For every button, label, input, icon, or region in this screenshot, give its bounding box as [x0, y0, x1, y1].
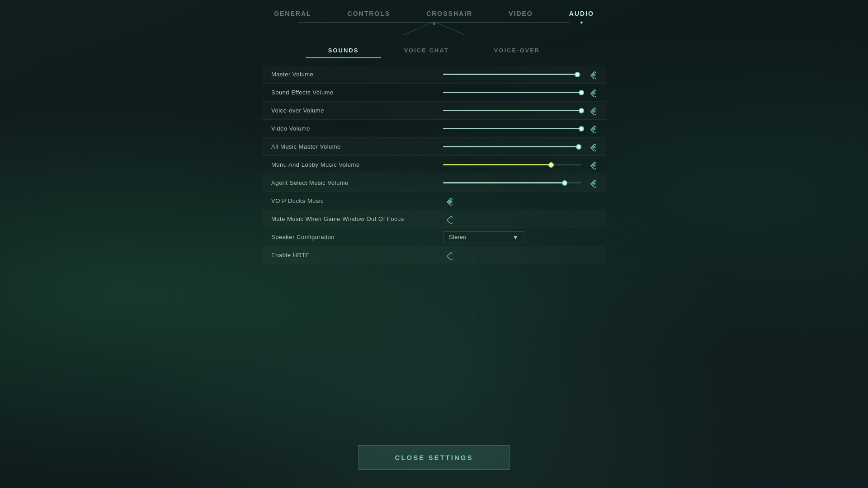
setting-control-voiceover-volume	[443, 106, 597, 116]
menu-lobby-slider[interactable]	[443, 164, 581, 165]
setting-control-speaker-config: Stereo ▼	[443, 231, 597, 243]
setting-row-enable-hrtf: Enable HRTF	[262, 246, 606, 264]
setting-label-voiceover-volume: Voice-over Volume	[271, 107, 443, 114]
all-music-slider[interactable]	[443, 146, 581, 147]
voiceover-volume-reset[interactable]	[587, 106, 597, 116]
nav-item-video[interactable]: VIDEO	[491, 5, 551, 22]
sub-nav-voice-over[interactable]: VOICE-OVER	[472, 43, 563, 58]
setting-control-sound-effects	[443, 88, 597, 98]
setting-label-video-volume: Video Volume	[271, 125, 443, 132]
setting-label-speaker-config: Speaker Configuration	[271, 234, 443, 240]
settings-panel: Master Volume Sound Effects Volume	[262, 66, 606, 264]
close-settings-button[interactable]: CLOSE SETTINGS	[359, 445, 510, 470]
setting-label-enable-hrtf: Enable HRTF	[271, 252, 443, 258]
setting-label-sound-effects: Sound Effects Volume	[271, 89, 443, 96]
svg-line-1	[434, 22, 466, 35]
svg-rect-20	[447, 252, 453, 259]
main-nav: GENERAL CONTROLS CROSSHAIR VIDEO AUDIO	[0, 0, 868, 22]
setting-control-master-volume	[443, 70, 597, 80]
setting-row-all-music: All Music Master Volume	[262, 138, 606, 156]
nav-connector	[366, 22, 502, 35]
svg-marker-2	[433, 23, 435, 25]
setting-row-video-volume: Video Volume	[262, 120, 606, 138]
agent-select-slider[interactable]	[443, 182, 581, 183]
dropdown-arrow-icon: ▼	[512, 234, 519, 241]
setting-row-speaker-config: Speaker Configuration Stereo ▼	[262, 228, 606, 246]
setting-row-master-volume: Master Volume	[262, 66, 606, 84]
setting-control-menu-lobby	[443, 160, 597, 170]
sound-effects-reset[interactable]	[587, 88, 597, 98]
setting-label-menu-lobby: Menu And Lobby Music Volume	[271, 161, 443, 168]
speaker-config-dropdown[interactable]: Stereo ▼	[443, 231, 524, 243]
video-volume-slider[interactable]	[443, 128, 581, 129]
setting-row-voiceover-volume: Voice-over Volume	[262, 102, 606, 120]
sub-nav: SOUNDS VOICE CHAT VOICE-OVER	[306, 43, 562, 58]
setting-control-agent-select	[443, 178, 597, 188]
sub-nav-sounds[interactable]: SOUNDS	[306, 43, 382, 58]
setting-control-all-music	[443, 142, 597, 152]
nav-item-crosshair[interactable]: CROSSHAIR	[408, 5, 491, 22]
setting-label-master-volume: Master Volume	[271, 71, 443, 78]
agent-select-reset[interactable]	[587, 178, 597, 188]
speaker-config-value: Stereo	[449, 234, 509, 240]
nav-item-audio[interactable]: AUDIO	[551, 5, 612, 22]
video-volume-reset[interactable]	[587, 124, 597, 134]
setting-row-sound-effects: Sound Effects Volume	[262, 84, 606, 102]
setting-row-menu-lobby: Menu And Lobby Music Volume	[262, 156, 606, 174]
all-music-reset[interactable]	[587, 142, 597, 152]
setting-label-mute-music: Mute Music When Game Window Out Of Focus	[271, 216, 443, 222]
sound-effects-slider[interactable]	[443, 92, 581, 93]
nav-item-controls[interactable]: CONTROLS	[330, 5, 409, 22]
master-volume-slider[interactable]	[443, 74, 581, 75]
setting-label-all-music: All Music Master Volume	[271, 143, 443, 150]
menu-lobby-reset[interactable]	[587, 160, 597, 170]
master-volume-reset[interactable]	[587, 70, 597, 80]
setting-row-agent-select: Agent Select Music Volume	[262, 174, 606, 192]
svg-line-0	[402, 22, 434, 35]
setting-control-enable-hrtf	[443, 250, 597, 260]
sub-nav-voice-chat[interactable]: VOICE CHAT	[381, 43, 471, 58]
voiceover-volume-slider[interactable]	[443, 110, 581, 111]
setting-row-mute-music: Mute Music When Game Window Out Of Focus	[262, 210, 606, 228]
setting-control-video-volume	[443, 124, 597, 134]
enable-hrtf-toggle[interactable]	[443, 250, 453, 260]
setting-control-mute-music	[443, 214, 597, 224]
nav-item-general[interactable]: GENERAL	[256, 5, 329, 22]
setting-label-agent-select: Agent Select Music Volume	[271, 179, 443, 186]
setting-row-voip-ducks: VOIP Ducks Music	[262, 192, 606, 210]
svg-rect-19	[447, 216, 453, 223]
mute-music-toggle[interactable]	[443, 214, 453, 224]
setting-label-voip-ducks: VOIP Ducks Music	[271, 197, 443, 204]
setting-control-voip-ducks	[443, 196, 597, 206]
voip-ducks-toggle[interactable]	[443, 196, 453, 206]
